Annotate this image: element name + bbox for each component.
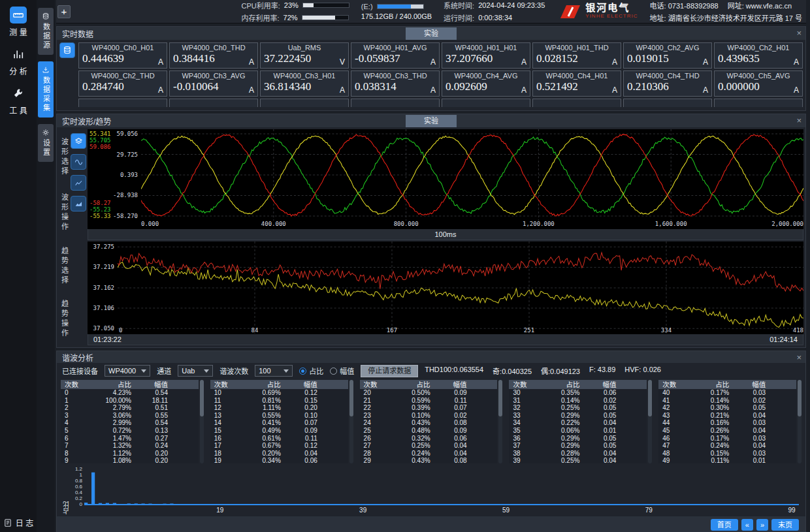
measurement-card[interactable]: WP4000_Ch2_THD0.284740A (78, 70, 167, 97)
harmonic-row[interactable]: 410.14%0.02 (658, 397, 796, 405)
harmonic-row[interactable]: 180.20%0.04 (210, 450, 348, 458)
harmonic-row[interactable]: 240.43%0.08 (360, 419, 498, 427)
close-icon[interactable]: × (796, 114, 802, 127)
measurement-card[interactable]: WP4000_Ch3_H0136.814340A (260, 70, 349, 97)
harmonic-row[interactable]: 100.69%0.12 (210, 389, 348, 397)
harmonic-row[interactable]: 50.72%0.13 (61, 427, 199, 435)
sidebar-item-tools[interactable]: 工 具 (0, 81, 37, 120)
harmonic-row[interactable]: 81.12%0.20 (61, 450, 199, 458)
rail-tab-datasource[interactable]: 数据源 (38, 8, 54, 55)
harmonic-row[interactable]: 340.22%0.04 (509, 419, 647, 427)
harmonic-row[interactable]: 150.49%0.09 (210, 427, 348, 435)
harmonic-row[interactable]: 220.39%0.07 (360, 404, 498, 412)
harmonic-row[interactable]: 310.14%0.02 (509, 397, 647, 405)
ratio-radio[interactable]: 占比 (299, 366, 323, 376)
measurement-card[interactable]: WP4000_Ch0_H010.444639A (78, 42, 167, 69)
harmonic-row[interactable]: 160.61%0.11 (210, 435, 348, 443)
area-chart-icon-button[interactable] (71, 196, 86, 211)
harmonic-row[interactable]: 130.55%0.10 (210, 412, 348, 420)
harmonic-row[interactable]: 210.59%0.11 (360, 397, 498, 405)
measurement-card[interactable]: WP4000_Ch4_THD0.210306A (623, 70, 712, 97)
harmonic-row[interactable]: 121.11%0.20 (210, 404, 348, 412)
harmonic-row[interactable]: 1100.00%18.11 (61, 397, 199, 405)
harmonic-row[interactable]: 480.15%0.03 (658, 450, 796, 458)
close-icon[interactable]: × (796, 27, 802, 40)
harmonic-row[interactable]: 380.28%0.04 (509, 450, 647, 458)
amplitude-radio[interactable]: 幅值 (330, 366, 354, 376)
trend-select-label[interactable]: 趋势选择 (60, 247, 69, 286)
measurement-card[interactable]: WP4000_Ch4_H010.521492A (532, 70, 621, 97)
experiment-tab[interactable]: 实验 (406, 115, 457, 127)
harmonic-row[interactable]: 33.06%0.55 (61, 412, 199, 420)
harmonic-row[interactable]: 290.43%0.08 (360, 457, 498, 463)
harmonic-row[interactable]: 470.24%0.04 (658, 442, 796, 450)
table-scrollbar[interactable] (200, 380, 204, 463)
sidebar-item-analyze[interactable]: 分 析 (0, 42, 37, 81)
harmonic-row[interactable]: 200.50%0.09 (360, 389, 498, 397)
bar-chart-plot[interactable]: 1939597999 (84, 466, 799, 505)
wave-operate-label[interactable]: 波形操作 (60, 193, 69, 232)
harmonic-row[interactable]: 42.99%0.54 (61, 419, 199, 427)
harmonic-row[interactable]: 71.32%0.24 (61, 442, 199, 450)
first-page-button[interactable]: 首页 (711, 519, 738, 531)
harmonic-row[interactable]: 400.17%0.03 (658, 389, 796, 397)
next-page-button[interactable]: » (756, 519, 768, 531)
add-button[interactable]: + (57, 5, 71, 18)
harmonic-row[interactable]: 430.21%0.04 (658, 412, 796, 420)
trend-line-icon-button[interactable] (71, 175, 86, 191)
harmonic-row[interactable]: 490.11%0.01 (658, 457, 796, 463)
stop-request-button[interactable]: 停止请求数据 (361, 365, 418, 377)
table-scrollbar[interactable] (648, 380, 652, 463)
order-select[interactable]: 100 (255, 365, 293, 377)
measurement-card[interactable]: WP4000_Ch2_H010.439635A (714, 42, 803, 69)
harmonic-row[interactable]: 110.81%0.15 (210, 397, 348, 405)
harmonic-row[interactable]: 91.08%0.20 (61, 457, 199, 463)
table-scrollbar[interactable] (798, 380, 802, 463)
measurement-card[interactable]: WP4000_Ch3_THD0.038314A (351, 70, 440, 97)
measurement-card[interactable]: WP4000_Ch0_THD0.384416A (169, 42, 258, 69)
harmonic-row[interactable]: 420.30%0.05 (658, 404, 796, 412)
harmonic-row[interactable]: 61.47%0.27 (61, 435, 199, 443)
harmonic-row[interactable]: 04.23%0.54 (61, 389, 199, 397)
harmonic-row[interactable]: 260.32%0.06 (360, 435, 498, 443)
wave-select-label[interactable]: 波形选择 (60, 138, 69, 177)
harmonic-row[interactable]: 300.35%0.06 (509, 389, 647, 397)
harmonic-row[interactable]: 250.48%0.09 (360, 427, 498, 435)
harmonic-row[interactable]: 22.79%0.51 (61, 404, 199, 412)
harmonic-row[interactable]: 390.25%0.04 (509, 457, 647, 463)
harmonic-row[interactable]: 140.41%0.07 (210, 419, 348, 427)
channel-select[interactable]: Uab (178, 365, 213, 377)
trend-plot[interactable]: 084167251334418 (118, 242, 803, 334)
harmonic-row[interactable]: 170.67%0.12 (210, 442, 348, 450)
sample-interval-bar[interactable]: 100ms (88, 229, 803, 240)
sine-icon-button[interactable] (71, 154, 86, 170)
waveform-plot[interactable] (141, 129, 803, 221)
rail-tab-acquisition[interactable]: 数据采集 (38, 61, 54, 117)
sidebar-item-log[interactable]: 日 志 (3, 517, 33, 528)
harmonic-row[interactable]: 270.25%0.04 (360, 442, 498, 450)
close-icon[interactable]: × (796, 351, 802, 364)
harmonic-row[interactable]: 460.17%0.03 (658, 435, 796, 443)
measurement-card[interactable]: WP4000_H01_H0137.207660A (442, 42, 530, 69)
harmonic-row[interactable]: 320.25%0.05 (509, 404, 647, 412)
experiment-tab[interactable]: 实验 (406, 27, 457, 40)
harmonic-row[interactable]: 440.16%0.03 (658, 419, 796, 427)
rail-tab-settings[interactable]: 设置 (38, 124, 54, 162)
measurement-card[interactable]: WP4000_Ch2_AVG0.019015A (623, 42, 712, 69)
harmonic-row[interactable]: 330.29%0.05 (509, 412, 647, 420)
measurement-card[interactable]: WP4000_Ch3_AVG-0.010064A (169, 70, 258, 97)
harmonic-row[interactable]: 370.29%0.05 (509, 442, 647, 450)
harmonic-row[interactable]: 190.34%0.06 (210, 457, 348, 463)
measurement-card[interactable]: WP4000_H01_THD0.028152A (532, 42, 621, 69)
last-page-button[interactable]: 末页 (771, 519, 799, 531)
table-scrollbar[interactable] (349, 380, 353, 463)
layers-icon-button[interactable] (71, 133, 86, 149)
harmonic-row[interactable]: 360.29%0.05 (509, 435, 647, 443)
dataset-icon-button[interactable] (59, 42, 75, 58)
sidebar-item-measure[interactable]: 测 量 (0, 3, 37, 42)
harmonic-row[interactable]: 450.26%0.04 (658, 427, 796, 435)
harmonic-row[interactable]: 280.24%0.04 (360, 450, 498, 458)
trend-operate-label[interactable]: 趋势操作 (60, 300, 69, 339)
prev-page-button[interactable]: « (741, 519, 753, 531)
harmonic-row[interactable]: 350.06%0.01 (509, 427, 647, 435)
